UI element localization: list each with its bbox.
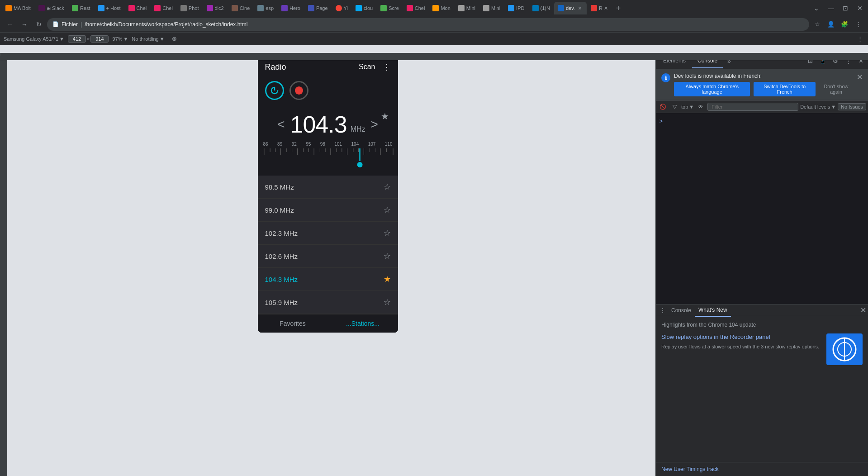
bottom-tab-whats-new[interactable]: What's New [695, 304, 731, 317]
viewport-height[interactable]: 914 [90, 35, 109, 43]
filter-input[interactable] [707, 103, 798, 111]
url-bar[interactable]: 📄 Fichier | /home/cheikh/Documents/works… [47, 18, 809, 31]
always-match-button[interactable]: Always match Chrome's language [674, 82, 750, 96]
tab-esp[interactable]: esp [254, 2, 277, 14]
tab-phot[interactable]: Phot [177, 2, 203, 14]
station-item-1023[interactable]: 102.3 MHz ☆ [258, 222, 398, 245]
tab-host[interactable]: + Host [95, 2, 124, 14]
station-star-1043[interactable]: ★ [384, 274, 391, 284]
tab-notif[interactable]: (1)N [529, 2, 554, 14]
tab-rx[interactable]: R ✕ [587, 2, 612, 14]
favicon-notif [532, 5, 539, 11]
station-star-990[interactable]: ☆ [384, 205, 391, 215]
favicon-dev [558, 5, 564, 11]
throttle-selector[interactable]: No throttling ▼ [132, 36, 164, 42]
console-content: > [656, 113, 868, 304]
tab-label-page: Page [316, 5, 328, 11]
ruler-vertical [0, 53, 7, 476]
tab-page[interactable]: Page [304, 2, 332, 14]
tab-close-dev[interactable]: ✕ [577, 5, 583, 11]
reload-button[interactable]: ↻ [33, 18, 45, 31]
tab-dic[interactable]: dic2 [203, 2, 228, 14]
freq-prev-button[interactable]: < [275, 117, 286, 132]
tab-chei1[interactable]: Chei [125, 2, 151, 14]
freq-next-button[interactable]: > [369, 117, 380, 132]
station-star-1059[interactable]: ☆ [384, 297, 391, 307]
toolbar-more-button[interactable]: ⋮ [855, 34, 864, 43]
station-item-1026[interactable]: 102.6 MHz ☆ [258, 245, 398, 268]
tab-rest[interactable]: Rest [68, 2, 94, 14]
tab-cine[interactable]: Cine [228, 2, 254, 14]
whats-new-footer-link[interactable]: New User Timings track [656, 462, 868, 476]
notification-actions: Always match Chrome's language Switch De… [674, 82, 853, 96]
responsive-icon[interactable]: ⊛ [168, 33, 181, 45]
notification-close-button[interactable]: ✕ [857, 73, 863, 81]
viewport-width[interactable]: 412 [68, 35, 86, 43]
article-desc: Replay user flows at a slower speed with… [661, 343, 821, 351]
console-filter-toggle[interactable]: ▽ [669, 102, 679, 112]
console-eye-button[interactable]: 👁 [696, 102, 706, 112]
bottom-panel-close-button[interactable]: ✕ [860, 306, 866, 314]
tab-bolt[interactable]: MA Bolt [2, 2, 34, 14]
article-link[interactable]: Slow replay options in the Recorder pane… [661, 333, 821, 340]
scan-button[interactable]: Scan [359, 63, 375, 71]
tab-mini1[interactable]: Mini [455, 2, 479, 14]
frequency-favorite-star[interactable]: ★ [381, 111, 389, 122]
profile-button[interactable]: 👤 [825, 18, 837, 31]
close-window-button[interactable]: ✕ [854, 2, 866, 14]
tab-label-notif: (1)N [541, 5, 550, 11]
forward-button[interactable]: → [18, 18, 31, 31]
tab-chei2[interactable]: Chei [151, 2, 176, 14]
station-item-985[interactable]: 98.5 MHz ☆ [258, 176, 398, 199]
device-selector[interactable]: Samsung Galaxy A51/71 ▼ [4, 36, 64, 42]
bottom-tab-console[interactable]: Console [668, 304, 695, 317]
tab-search-button[interactable]: ⌄ [810, 2, 823, 14]
console-caret[interactable]: > [659, 118, 663, 124]
station-item-990[interactable]: 99.0 MHz ☆ [258, 199, 398, 222]
nav-stations[interactable]: ...Stations... [328, 314, 398, 333]
dont-show-button[interactable]: Don't show again [819, 84, 853, 95]
station-star-1026[interactable]: ☆ [384, 251, 391, 261]
station-star-985[interactable]: ☆ [384, 182, 391, 192]
power-icon [270, 86, 280, 95]
tab-chei3[interactable]: Chei [403, 2, 429, 14]
console-ban-button[interactable]: 🚫 [658, 102, 668, 112]
tab-label-rx: R ✕ [599, 5, 608, 11]
favicon-phot [180, 5, 187, 11]
nav-favorites[interactable]: Favorites [258, 314, 328, 333]
tab-mon[interactable]: Mon [429, 2, 454, 14]
minimize-button[interactable]: — [825, 2, 837, 14]
station-item-1059[interactable]: 105.9 MHz ☆ [258, 291, 398, 314]
tab-slack[interactable]: ⊞ Slack [35, 2, 68, 14]
switch-devtools-button[interactable]: Switch DevTools to French [754, 82, 815, 96]
tab-label-dev: dev. [566, 5, 575, 11]
tab-hero[interactable]: Hero [278, 2, 304, 14]
tab-ipd[interactable]: IPD [504, 2, 528, 14]
tuner-track[interactable] [261, 148, 394, 168]
radio-more-button[interactable]: ⋮ [383, 62, 391, 72]
tab-label-clou: clou [364, 5, 373, 11]
power-button[interactable] [265, 81, 284, 100]
tab-label-bolt: MA Bolt [14, 5, 31, 11]
station-star-1023[interactable]: ☆ [384, 228, 391, 238]
tab-scre[interactable]: Scre [377, 2, 403, 14]
tab-label-host: + Host [106, 5, 121, 11]
top-selector[interactable]: top ▼ [681, 104, 694, 109]
tab-yi[interactable]: Yi [332, 2, 351, 14]
tab-dev[interactable]: dev. ✕ [554, 2, 587, 14]
drawer-more-button[interactable]: ⋮ [658, 305, 668, 315]
station-item-1043[interactable]: 104.3 MHz ★ [258, 268, 398, 291]
record-button[interactable] [289, 81, 308, 100]
bookmark-button[interactable]: ☆ [811, 18, 824, 31]
default-levels-button[interactable]: Default levels ▼ [800, 104, 836, 109]
extension-button[interactable]: 🧩 [838, 18, 851, 31]
zoom-selector[interactable]: 97% ▼ [112, 36, 128, 42]
maximize-button[interactable]: ⊡ [839, 2, 852, 14]
back-button[interactable]: ← [4, 18, 16, 31]
new-tab-button[interactable]: + [612, 2, 625, 14]
default-levels-label: Default levels [800, 104, 830, 109]
station-freq-1043: 104.3 MHz [265, 276, 298, 283]
settings-button[interactable]: ⋮ [852, 18, 864, 31]
tab-mini2[interactable]: Mini [479, 2, 504, 14]
tab-clou[interactable]: clou [352, 2, 376, 14]
